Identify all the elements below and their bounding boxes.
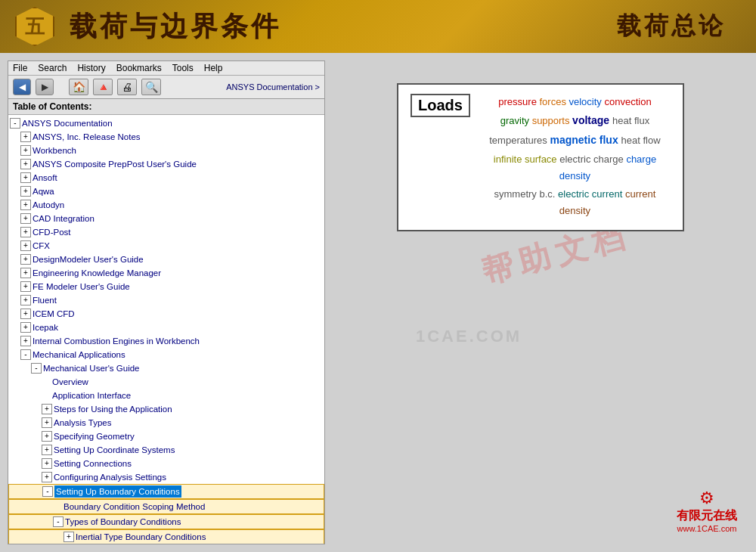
right-panel: 帮助文档 1CAE.COM Loads pressure forces velo… bbox=[333, 60, 748, 544]
loads-word-11: infinite surface bbox=[494, 154, 559, 165]
toolbar: ◀ ▶ 🏠 🔺 🖨 🔍 ANSYS Documentation > bbox=[8, 76, 324, 99]
toc-label: Table of Contents: bbox=[8, 99, 324, 115]
menu-search[interactable]: Search bbox=[38, 63, 67, 73]
tree-item-config-analysis[interactable]: +Configuring Analysis Settings bbox=[8, 470, 324, 484]
tree-item-spec-geom[interactable]: +Specifying Geometry bbox=[8, 430, 324, 443]
logo-icon: ⚙ bbox=[677, 488, 737, 508]
tree-item-workbench[interactable]: +Workbench bbox=[8, 144, 324, 157]
loads-word-1: forces bbox=[539, 96, 569, 107]
menu-history[interactable]: History bbox=[77, 63, 105, 73]
docs-browser: File Search History Bookmarks Tools Help… bbox=[8, 60, 325, 544]
loads-word-15: electric current bbox=[558, 188, 625, 200]
tree-item-icem-cfd[interactable]: +ICEM CFD bbox=[8, 307, 324, 321]
cae-watermark: 1CAE.COM bbox=[416, 327, 522, 346]
loads-word-6: voltage bbox=[572, 114, 612, 126]
menu-bookmarks[interactable]: Bookmarks bbox=[116, 63, 162, 73]
loads-word-5: supports bbox=[532, 115, 572, 126]
tree-item-connections[interactable]: +Setting Connections bbox=[8, 457, 324, 470]
loads-word-0: pressure bbox=[498, 96, 539, 107]
loads-word-4: gravity bbox=[500, 115, 532, 126]
section-badge: 五 bbox=[15, 7, 54, 46]
tree-item-fe-modeler[interactable]: +FE Modeler User's Guide bbox=[8, 280, 324, 293]
tree-item-designmodeler[interactable]: +DesignModeler User's Guide bbox=[8, 253, 324, 266]
menu-help[interactable]: Help bbox=[204, 63, 223, 73]
tree-item-composite[interactable]: +ANSYS Composite PrepPost User's Guide bbox=[8, 157, 324, 171]
tree-item-aqwa[interactable]: +Aqwa bbox=[8, 185, 324, 198]
loads-word-9: magnetic flux bbox=[550, 134, 621, 146]
loads-word-12: electric charge bbox=[559, 154, 626, 165]
page-title: 载荷与边界条件 bbox=[70, 8, 281, 45]
loads-word-10: heat flow bbox=[621, 135, 661, 146]
tree-item-overview[interactable]: Overview bbox=[8, 375, 324, 389]
forward-button[interactable]: ▶ bbox=[36, 79, 54, 95]
loads-word-14: symmetry b.c. bbox=[494, 188, 559, 200]
tree-item-release-notes[interactable]: +ANSYS, Inc. Release Notes bbox=[8, 130, 324, 144]
loads-word-3: convection bbox=[604, 96, 651, 107]
tree-item-autodyn[interactable]: +Autodyn bbox=[8, 198, 324, 212]
loads-word-2: velocity bbox=[569, 96, 605, 107]
menu-tools[interactable]: Tools bbox=[172, 63, 194, 73]
tree-item-coord-sys[interactable]: +Setting Up Coordinate Systems bbox=[8, 443, 324, 457]
tree-item-ekm[interactable]: +Engineering Knowledge Manager bbox=[8, 266, 324, 280]
page-header: 五 载荷与边界条件 载荷总论 bbox=[0, 0, 756, 53]
tree-item-cfx[interactable]: +CFX bbox=[8, 239, 324, 253]
tree-item-bc-scoping[interactable]: Boundary Condition Scoping Method bbox=[8, 499, 324, 514]
tree-item-fluent[interactable]: +Fluent bbox=[8, 293, 324, 307]
tree-container[interactable]: -ANSYS Documentation+ANSYS, Inc. Release… bbox=[8, 115, 324, 544]
loads-word-8: temperatures bbox=[489, 135, 550, 146]
home-button[interactable]: 🏠 bbox=[69, 79, 88, 95]
bookmark-button[interactable]: 🔺 bbox=[93, 79, 113, 95]
menu-file[interactable]: File bbox=[13, 63, 27, 73]
tree-item-inertial-bc[interactable]: +Inertial Type Boundary Conditions bbox=[8, 529, 324, 544]
loads-box: Loads pressure forces velocity convectio… bbox=[397, 83, 684, 231]
tree-item-steps-using[interactable]: +Steps for Using the Application bbox=[8, 402, 324, 416]
print-button[interactable]: 🖨 bbox=[117, 79, 137, 95]
tree-item-app-interface[interactable]: Application Interface bbox=[8, 389, 324, 402]
site-logo: ⚙ 有限元在线 www.1CAE.com bbox=[677, 488, 737, 533]
search-button[interactable]: 🔍 bbox=[141, 79, 161, 95]
tree-item-ice-workbench[interactable]: +Internal Combustion Engines in Workbenc… bbox=[8, 334, 324, 348]
loads-label: Loads bbox=[411, 94, 470, 117]
tree-item-cad[interactable]: +CAD Integration bbox=[8, 212, 324, 225]
tree-item-icepak[interactable]: +Icepak bbox=[8, 321, 324, 334]
tree-item-ansys-doc[interactable]: -ANSYS Documentation bbox=[8, 116, 324, 130]
back-button[interactable]: ◀ bbox=[13, 79, 31, 95]
loads-word-7: heat flux bbox=[612, 115, 649, 126]
breadcrumb: ANSYS Documentation > bbox=[226, 82, 320, 91]
tree-item-mech-guide[interactable]: -Mechanical User's Guide bbox=[8, 361, 324, 375]
tree-item-boundary-conds[interactable]: -Setting Up Boundary Conditions bbox=[8, 484, 324, 499]
tree-item-mech-apps[interactable]: -Mechanical Applications bbox=[8, 348, 324, 361]
page-subtitle: 载荷总论 bbox=[617, 10, 726, 43]
menu-bar: File Search History Bookmarks Tools Help bbox=[8, 61, 324, 76]
tree-item-types-bc[interactable]: -Types of Boundary Conditions bbox=[8, 514, 324, 529]
loads-header: Loads pressure forces velocity convectio… bbox=[411, 94, 671, 221]
logo-main: 有限元在线 bbox=[677, 508, 737, 524]
loads-content: pressure forces velocity convection grav… bbox=[479, 94, 671, 221]
badge-text: 五 bbox=[25, 14, 45, 40]
tree-item-cfd-post[interactable]: +CFD-Post bbox=[8, 225, 324, 239]
main-content: File Search History Bookmarks Tools Help… bbox=[0, 53, 756, 552]
tree-item-analysis-types[interactable]: +Analysis Types bbox=[8, 416, 324, 430]
logo-sub: www.1CAE.com bbox=[677, 524, 737, 533]
tree-item-ansoft[interactable]: +Ansoft bbox=[8, 171, 324, 185]
